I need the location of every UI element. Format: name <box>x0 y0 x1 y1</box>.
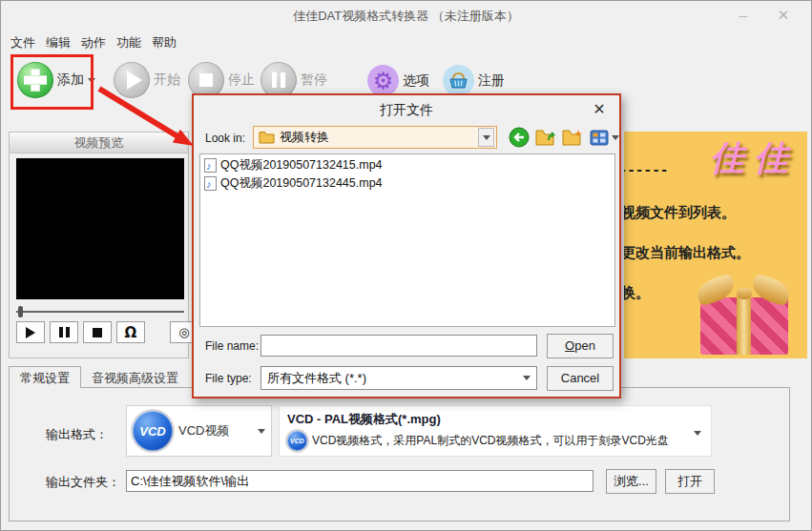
play-icon <box>114 62 150 98</box>
output-folder-label: 输出文件夹： <box>46 474 120 491</box>
dialog-open-button[interactable]: Open <box>547 334 614 358</box>
gift-box-image <box>695 271 792 355</box>
menu-edit[interactable]: 编辑 <box>42 32 74 53</box>
open-file-dialog: 打开文件 ✕ Look in: 视频转换 <box>192 93 621 398</box>
chevron-down-icon <box>694 431 701 436</box>
tab-general-settings[interactable]: 常规设置 <box>9 366 81 388</box>
close-button[interactable]: ✕ <box>769 5 798 26</box>
chevron-down-icon <box>523 376 531 380</box>
gear-icon: ⚙ <box>367 65 399 96</box>
video-display <box>16 158 184 299</box>
video-preview-panel: 视频预览 Ω ◎ <box>9 132 189 358</box>
minimize-button[interactable]: – <box>729 5 758 26</box>
seek-thumb[interactable] <box>18 306 23 317</box>
menu-feature[interactable]: 功能 <box>113 32 145 53</box>
seek-slider[interactable] <box>16 306 184 317</box>
view-menu-button[interactable] <box>589 127 610 148</box>
menu-action[interactable]: 动作 <box>77 32 110 53</box>
look-in-dropdown-button[interactable] <box>478 128 494 147</box>
svg-text:♪: ♪ <box>206 160 212 172</box>
general-settings-panel: 输出格式： VCD VCD视频 VCD - PAL视频格式(*.mpg) VCD… <box>9 387 790 521</box>
menubar: 文件 编辑 动作 功能 帮助 <box>1 30 811 51</box>
tab-advanced-settings[interactable]: 音视频高级设置 <box>81 366 189 388</box>
promo-banner: ------ 佳佳 视频文件到列表。 更改当前输出格式。 换。 <box>624 132 807 358</box>
svg-text:♪: ♪ <box>206 178 212 190</box>
stop-button[interactable] <box>83 321 112 343</box>
dialog-close-button[interactable]: ✕ <box>589 100 610 118</box>
vcd-icon: VCD <box>287 431 307 451</box>
audio-button[interactable]: Ω <box>116 321 145 343</box>
menu-help[interactable]: 帮助 <box>148 32 180 53</box>
file-name: QQ视频20190507132445.mp4 <box>220 175 383 192</box>
view-menu-dropdown[interactable] <box>610 127 621 148</box>
open-folder-button[interactable]: 打开 <box>665 469 715 494</box>
dialog-title: 打开文件 <box>194 102 619 119</box>
banner-dashes: ------ <box>624 160 670 179</box>
file-type-value: 所有文件格式 (*.*) <box>267 370 366 387</box>
file-row[interactable]: ♪ QQ视频20190507132415.mp4 <box>200 156 614 174</box>
output-folder-input[interactable] <box>126 470 593 492</box>
brand-logo: 佳佳 <box>710 135 798 182</box>
pause-button[interactable] <box>50 321 78 343</box>
format-combo-label: VCD视频 <box>178 422 229 439</box>
output-format-select[interactable]: VCD VCD视频 <box>126 405 272 457</box>
banner-line-2: 更改当前输出格式。 <box>624 244 750 262</box>
basket-icon <box>443 65 474 96</box>
vcd-icon: VCD <box>133 411 173 451</box>
settings-tabs: 常规设置 音视频高级设置 <box>9 366 189 388</box>
output-format-label: 输出格式： <box>46 426 108 443</box>
titlebar: 佳佳DAT视频格式转换器 （未注册版本） – ✕ <box>1 1 811 30</box>
dialog-cancel-button[interactable]: Cancel <box>547 366 614 391</box>
app-window: 佳佳DAT视频格式转换器 （未注册版本） – ✕ 文件 编辑 动作 功能 帮助 … <box>0 0 812 531</box>
file-type-select[interactable]: 所有文件格式 (*.*) <box>260 366 537 390</box>
chevron-down-icon <box>483 135 490 140</box>
play-button[interactable] <box>16 321 45 343</box>
seek-track <box>16 311 184 313</box>
preview-title: 视频预览 <box>10 133 188 153</box>
snapshot-icon: ◎ <box>178 325 189 339</box>
options-button[interactable]: ⚙ 选项 <box>367 65 429 96</box>
look-in-value: 视频转换 <box>280 129 329 146</box>
register-button[interactable]: 注册 <box>443 65 505 96</box>
file-name-label: File name: <box>205 339 259 353</box>
new-folder-icon <box>562 129 583 146</box>
format-description: VCD视频格式，采用PAL制式的VCD视频格式，可以用于刻录VCD光盘 <box>312 433 669 449</box>
format-detail-select[interactable]: VCD - PAL视频格式(*.mpg) VCD VCD视频格式，采用PAL制式… <box>279 405 712 457</box>
media-file-icon: ♪ <box>204 158 217 173</box>
banner-line-1: 视频文件到列表。 <box>624 204 736 222</box>
new-folder-button[interactable] <box>562 127 583 148</box>
folder-icon <box>259 131 275 144</box>
format-title: VCD - PAL视频格式(*.mpg) <box>287 411 703 428</box>
banner-line-3: 换。 <box>624 284 650 302</box>
menu-file[interactable]: 文件 <box>7 32 39 53</box>
view-grid-icon <box>590 130 609 146</box>
look-in-select[interactable]: 视频转换 <box>253 126 497 149</box>
headphones-icon: Ω <box>125 324 137 341</box>
media-file-icon: ♪ <box>204 176 217 191</box>
highlight-box-annotation <box>10 54 94 110</box>
back-button[interactable] <box>509 127 530 148</box>
file-row[interactable]: ♪ QQ视频20190507132445.mp4 <box>200 174 614 193</box>
window-title: 佳佳DAT视频格式转换器 （未注册版本） <box>1 8 811 25</box>
up-one-level-button[interactable] <box>535 127 556 148</box>
look-in-label: Look in: <box>205 132 245 145</box>
chevron-down-icon <box>612 135 619 140</box>
file-list[interactable]: ♪ QQ视频20190507132415.mp4 ♪ QQ视频201905071… <box>199 153 615 327</box>
file-name: QQ视频20190507132415.mp4 <box>220 157 383 174</box>
file-name-input[interactable] <box>260 335 537 357</box>
folder-up-icon <box>535 129 556 146</box>
chevron-down-icon <box>258 429 265 434</box>
start-button[interactable]: 开始 <box>114 62 180 98</box>
play-icon <box>26 327 35 338</box>
pause-icon <box>59 327 63 337</box>
back-arrow-icon <box>509 127 530 148</box>
browse-button[interactable]: 浏览... <box>606 469 656 494</box>
stop-icon <box>93 328 102 337</box>
file-type-label: File type: <box>205 372 252 385</box>
